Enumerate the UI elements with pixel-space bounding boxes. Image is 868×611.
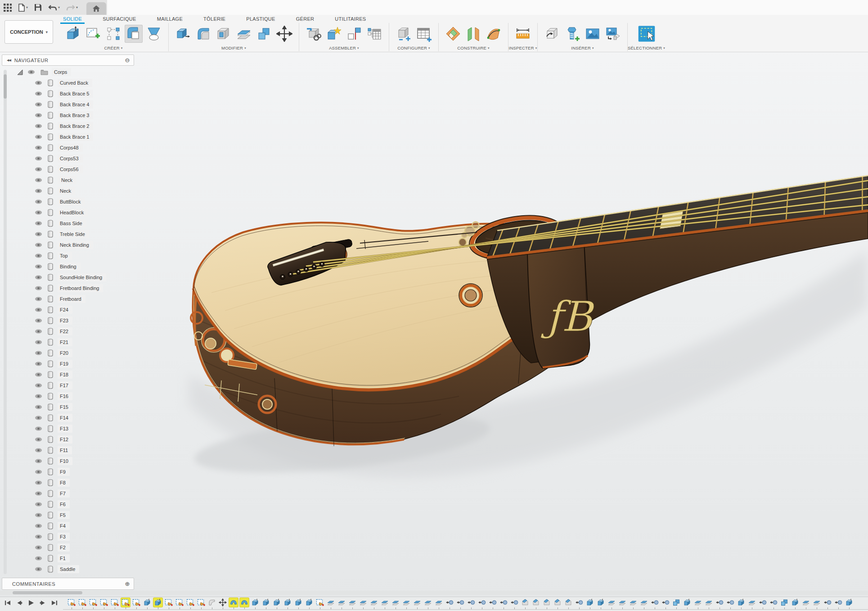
plane-offset-icon[interactable]	[444, 25, 462, 43]
tree-item-label[interactable]: Curved Back	[58, 79, 92, 87]
ribbon-tab-plastique[interactable]: PLASTIQUE	[245, 15, 276, 23]
tree-item[interactable]: Corps48	[0, 142, 144, 153]
select-window-icon[interactable]	[638, 25, 656, 43]
tree-item-label[interactable]: F2	[58, 543, 70, 552]
timeline-feature-joint[interactable]	[509, 598, 520, 609]
timeline-feature-chamfer[interactable]	[541, 598, 552, 609]
tree-item-label[interactable]: Fretboard Binding	[58, 284, 103, 292]
tree-item[interactable]: Corps56	[0, 164, 144, 175]
tree-item-label[interactable]: F14	[58, 414, 72, 422]
visibility-eye-icon[interactable]	[35, 242, 42, 248]
tree-item[interactable]: Saddle	[0, 564, 144, 575]
visibility-eye-icon[interactable]	[35, 296, 42, 302]
timeline-feature-chamfer[interactable]	[520, 598, 531, 609]
tree-item[interactable]: F14	[0, 412, 144, 423]
add-comment-icon[interactable]: ⊕	[125, 580, 130, 587]
group-label[interactable]: CONSTRUIRE▾	[457, 45, 490, 51]
timeline-feature-extrude[interactable]	[595, 598, 606, 609]
group-label[interactable]: CRÉER▾	[104, 45, 123, 51]
visibility-eye-icon[interactable]	[35, 167, 42, 172]
timeline-feature-extrude[interactable]	[585, 598, 595, 609]
tree-item[interactable]: Back Brace 5	[0, 88, 144, 99]
tree-item-label[interactable]: F20	[58, 349, 72, 357]
timeline-feature-joint[interactable]	[455, 598, 466, 609]
timeline-feature-sketch-highlighted[interactable]	[120, 598, 131, 609]
timeline-feature-extrude[interactable]	[790, 598, 801, 609]
tree-item-label[interactable]: Back Brace 3	[58, 111, 93, 119]
visibility-eye-icon[interactable]	[35, 458, 42, 464]
timeline-feature-joint[interactable]	[466, 598, 477, 609]
timeline-step-forward-button[interactable]	[39, 599, 47, 607]
timeline-feature-sketch[interactable]	[185, 598, 196, 609]
visibility-eye-icon[interactable]	[35, 91, 42, 96]
hole-box-icon[interactable]	[215, 25, 233, 43]
tree-item-label[interactable]: F13	[58, 425, 72, 433]
timeline-feature-sketch[interactable]	[196, 598, 207, 609]
visibility-eye-icon[interactable]	[35, 437, 42, 442]
tree-item[interactable]: F22	[0, 326, 144, 337]
save-icon[interactable]	[33, 3, 43, 12]
visibility-eye-icon[interactable]	[35, 491, 42, 496]
tree-item-label[interactable]: F4	[58, 522, 70, 530]
visibility-eye-icon[interactable]	[35, 394, 42, 399]
group-label[interactable]: CONFIGURER▾	[397, 45, 430, 51]
timeline-feature-extrude[interactable]	[271, 598, 282, 609]
tree-item[interactable]: Treble Side	[0, 229, 144, 240]
timeline-feature-extrude[interactable]	[261, 598, 271, 609]
file-icon[interactable]: ▾	[17, 3, 29, 13]
visibility-eye-icon[interactable]	[27, 69, 35, 75]
tree-item-label[interactable]: Back Brace 4	[58, 100, 93, 109]
visibility-eye-icon[interactable]	[35, 199, 42, 204]
tree-item-label[interactable]: F10	[58, 457, 72, 465]
tree-item[interactable]: Curved Back	[0, 77, 144, 88]
timeline-feature-shell[interactable]	[693, 598, 703, 609]
tree-item[interactable]: Neck	[0, 186, 144, 196]
visibility-eye-icon[interactable]	[35, 480, 42, 485]
visibility-eye-icon[interactable]	[35, 545, 42, 550]
tree-item-label[interactable]: F1	[58, 554, 70, 562]
ribbon-tab-maillage[interactable]: MAILLAGE	[156, 15, 184, 23]
fillet-box-icon[interactable]	[125, 25, 143, 43]
timeline-feature-joint[interactable]	[477, 598, 487, 609]
visibility-eye-icon[interactable]	[35, 275, 42, 280]
tree-item[interactable]: F18	[0, 369, 144, 380]
visibility-eye-icon[interactable]	[35, 80, 42, 86]
tree-item-label[interactable]: Corps	[52, 68, 71, 76]
timeline-feature-shell[interactable]	[379, 598, 390, 609]
tree-item-label[interactable]: Top	[58, 252, 72, 260]
configure-cube-icon[interactable]	[395, 25, 413, 43]
timeline-feature-combine[interactable]	[779, 598, 790, 609]
rectangular-pattern-icon[interactable]	[104, 25, 122, 43]
chevron-down-icon[interactable]: ▾	[76, 5, 78, 9]
timeline-feature-shell[interactable]	[401, 598, 412, 609]
timeline-feature-joint[interactable]	[498, 598, 509, 609]
tree-item[interactable]: Neck Binding	[0, 240, 144, 250]
visibility-eye-icon[interactable]	[35, 339, 42, 345]
group-label[interactable]: INSPECTER▾	[509, 45, 537, 51]
move-icon[interactable]	[275, 25, 293, 43]
tree-item[interactable]: Bass Side	[0, 218, 144, 229]
tree-item[interactable]: F13	[0, 423, 144, 434]
tree-item[interactable]: Back Brace 4	[0, 99, 144, 110]
press-pull-icon[interactable]	[174, 25, 192, 43]
timeline-skip-end-button[interactable]	[50, 599, 58, 607]
timeline-feature-shell[interactable]	[639, 598, 649, 609]
timeline-feature-joint[interactable]	[822, 598, 833, 609]
timeline-feature-shell[interactable]	[369, 598, 379, 609]
timeline-feature-chamfer[interactable]	[563, 598, 574, 609]
timeline-feature-extrude[interactable]	[250, 598, 261, 609]
visibility-eye-icon[interactable]	[35, 383, 42, 388]
visibility-eye-icon[interactable]	[35, 415, 42, 421]
visibility-eye-icon[interactable]	[35, 534, 42, 539]
timeline-feature-chamfer[interactable]	[531, 598, 541, 609]
visibility-eye-icon[interactable]	[35, 307, 42, 312]
tree-item-label[interactable]: Saddle	[58, 565, 79, 573]
tree-item[interactable]: Back Brace 3	[0, 110, 144, 121]
visibility-eye-icon[interactable]	[35, 512, 42, 518]
timeline-feature-shell[interactable]	[617, 598, 628, 609]
tree-item-label[interactable]: Neck	[58, 187, 75, 195]
tree-item-label[interactable]: Back Brace 5	[58, 90, 93, 98]
revolve-icon[interactable]	[145, 25, 163, 43]
tree-item-label[interactable]: Back Brace 1	[58, 133, 93, 141]
tree-item[interactable]: F4	[0, 520, 144, 531]
